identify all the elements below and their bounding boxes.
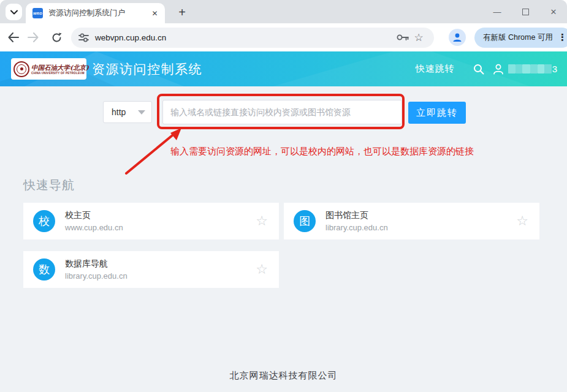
university-name-cn: 中国石油大学(北京) bbox=[31, 64, 89, 72]
database-icon: 数 bbox=[33, 258, 55, 281]
blur-block bbox=[530, 64, 538, 74]
quick-jump-link[interactable]: 快速跳转 bbox=[416, 63, 455, 75]
reload-button[interactable] bbox=[47, 28, 66, 47]
close-window-button[interactable]: ✕ bbox=[549, 7, 558, 17]
username-visible-digit: 3 bbox=[552, 64, 557, 74]
tab-close-icon[interactable]: ✕ bbox=[150, 8, 160, 18]
jump-button[interactable]: 立即跳转 bbox=[408, 102, 466, 124]
card-title: 校主页 bbox=[65, 210, 256, 221]
blur-block bbox=[508, 64, 516, 74]
header-search-button[interactable] bbox=[473, 64, 484, 75]
favorite-star-icon[interactable]: ☆ bbox=[256, 214, 268, 228]
password-manager-button[interactable] bbox=[395, 29, 411, 45]
university-emblem-icon bbox=[13, 61, 29, 77]
tab-search-button[interactable] bbox=[6, 4, 22, 20]
profile-avatar[interactable] bbox=[449, 29, 466, 46]
forward-button[interactable] bbox=[23, 28, 43, 47]
blur-block bbox=[544, 64, 552, 74]
tab-title: 资源访问控制系统门户 bbox=[48, 8, 150, 18]
url-text[interactable]: webvpn.cup.edu.cn bbox=[95, 33, 395, 42]
card-title: 图书馆主页 bbox=[325, 210, 516, 221]
quick-nav-title: 快速导航 bbox=[23, 177, 75, 194]
star-icon: ☆ bbox=[414, 31, 423, 44]
address-bar[interactable]: webvpn.cup.edu.cn ☆ bbox=[71, 28, 434, 48]
user-icon bbox=[492, 63, 504, 75]
maximize-button[interactable] bbox=[520, 7, 530, 17]
forward-arrow-icon bbox=[28, 32, 39, 42]
card-title: 数据库导航 bbox=[65, 258, 256, 270]
portal-title: 资源访问控制系统 bbox=[92, 51, 202, 86]
resource-url-input[interactable] bbox=[162, 100, 402, 124]
search-icon bbox=[473, 64, 484, 75]
username-blurred[interactable]: 3 bbox=[508, 64, 557, 74]
annotation-text: 输入需要访问资源的网址，可以是校内的网站，也可以是数据库资源的链接 bbox=[170, 146, 474, 157]
browser-tab[interactable]: WRD 资源访问控制系统门户 ✕ bbox=[26, 3, 165, 23]
quick-nav-card-database-nav[interactable]: 数 数据库导航 library.cup.edu.cn ☆ bbox=[23, 251, 279, 288]
school-icon: 校 bbox=[33, 210, 55, 232]
blur-block bbox=[516, 64, 522, 74]
update-pill-label: 有新版 Chrome 可用 bbox=[483, 32, 553, 43]
key-icon bbox=[397, 34, 409, 41]
blur-block bbox=[522, 64, 530, 74]
tab-strip: WRD 资源访问控制系统门户 ✕ + — ✕ bbox=[0, 0, 567, 23]
back-arrow-icon bbox=[8, 32, 19, 42]
card-url: library.cup.edu.cn bbox=[65, 271, 256, 281]
user-account-button[interactable] bbox=[492, 63, 504, 75]
chrome-update-pill[interactable]: 有新版 Chrome 可用 ⋮ bbox=[474, 28, 567, 48]
site-favicon-icon: WRD bbox=[32, 8, 43, 18]
quick-nav-card-library-home[interactable]: 图 图书馆主页 library.cup.edu.cn ☆ bbox=[284, 203, 539, 239]
favorite-star-icon[interactable]: ☆ bbox=[516, 214, 528, 228]
site-settings-icon bbox=[78, 33, 89, 42]
portal-header: 中国石油大学(北京) CHINA UNIVERSITY OF PETROLEUM… bbox=[0, 51, 567, 86]
quick-nav-card-school-home[interactable]: 校 校主页 www.cup.edu.cn ☆ bbox=[23, 203, 279, 239]
bookmark-button[interactable]: ☆ bbox=[411, 29, 427, 45]
menu-kebab-icon[interactable]: ⋮ bbox=[558, 32, 567, 43]
browser-toolbar: webvpn.cup.edu.cn ☆ 有新版 Chrome 可用 ⋮ bbox=[0, 23, 567, 51]
main-content: http 立即跳转 输入需要访问资源的网址，可以是校内的网站，也可以是数据库资源… bbox=[0, 86, 567, 392]
library-icon: 图 bbox=[294, 210, 316, 232]
person-icon bbox=[452, 32, 463, 43]
new-tab-button[interactable]: + bbox=[174, 4, 190, 20]
window-controls: — ✕ bbox=[492, 0, 558, 23]
card-url: library.cup.edu.cn bbox=[325, 223, 516, 232]
blur-block bbox=[538, 64, 544, 74]
browser-window: WRD 资源访问控制系统门户 ✕ + — ✕ webvpn.cup.edu.cn… bbox=[0, 0, 567, 392]
university-logo: 中国石油大学(北京) CHINA UNIVERSITY OF PETROLEUM bbox=[11, 58, 86, 80]
footer-company: 北京网瑞达科技有限公司 bbox=[0, 370, 567, 382]
protocol-select[interactable]: http bbox=[103, 101, 152, 123]
university-name-en: CHINA UNIVERSITY OF PETROLEUM bbox=[31, 72, 89, 75]
minimize-button[interactable]: — bbox=[492, 7, 502, 17]
favorite-star-icon[interactable]: ☆ bbox=[256, 263, 268, 276]
chevron-down-icon bbox=[10, 10, 18, 15]
maximize-icon bbox=[522, 9, 529, 15]
protocol-value: http bbox=[112, 107, 138, 117]
reload-icon bbox=[51, 32, 62, 43]
back-button[interactable] bbox=[4, 28, 23, 47]
card-url: www.cup.edu.cn bbox=[65, 223, 256, 232]
caret-down-icon bbox=[138, 110, 145, 115]
